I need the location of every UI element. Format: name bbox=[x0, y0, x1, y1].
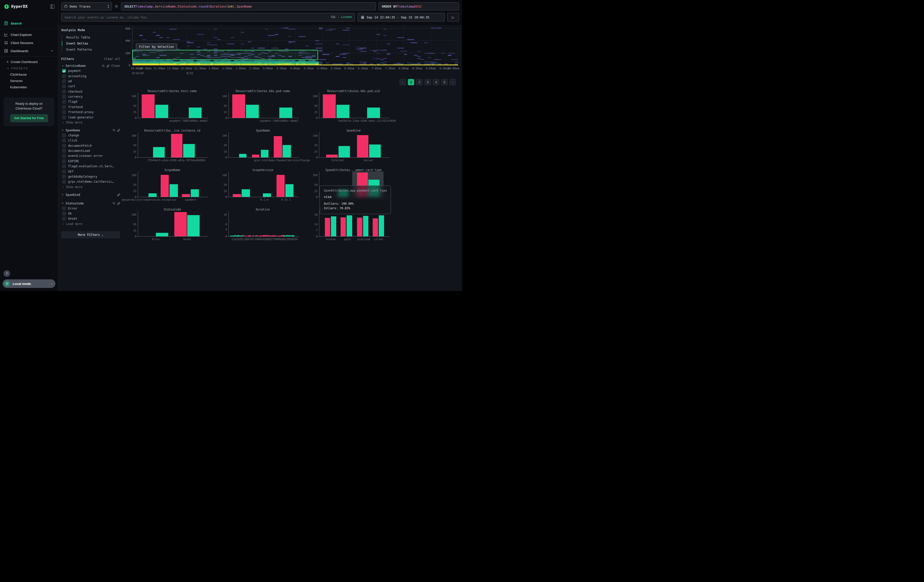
pin-icon[interactable] bbox=[107, 64, 110, 68]
checkbox-unchecked[interactable] bbox=[62, 84, 66, 88]
heatmap-plot[interactable]: 6004002000Filter by Selection bbox=[132, 27, 458, 65]
run-query-button[interactable]: ▷ bbox=[447, 13, 459, 21]
filter-checkbox-item[interactable]: eventListener.error bbox=[61, 153, 120, 158]
checkbox-checked[interactable] bbox=[62, 69, 66, 73]
filter-group-header[interactable]: ServiceNameClear bbox=[61, 63, 120, 68]
search-icon[interactable] bbox=[102, 64, 105, 68]
show-more-button[interactable]: › Show more bbox=[61, 185, 120, 189]
time-range-picker[interactable]: Sep 14 22:04:35 - Sep 15 10:04:35 bbox=[358, 13, 445, 21]
checkbox-unchecked[interactable] bbox=[62, 212, 66, 215]
filter-checkbox-item[interactable]: getAdsByCategory bbox=[61, 174, 120, 179]
checkbox-unchecked[interactable] bbox=[62, 154, 66, 158]
page-button-2[interactable]: 2 bbox=[416, 79, 422, 85]
filter-checkbox-item[interactable]: GET bbox=[61, 169, 120, 174]
sql-mode-button[interactable]: SQL bbox=[331, 15, 336, 19]
filter-checkbox-item[interactable]: cart bbox=[61, 84, 120, 89]
sidebar-item-dashboards[interactable]: Dashboards bbox=[0, 47, 58, 55]
search-icon[interactable] bbox=[112, 129, 116, 132]
chart-plot[interactable]: 02550100payment-7985c8969c-mwmw7 bbox=[229, 94, 297, 118]
lucene-mode-button[interactable]: Lucene bbox=[341, 15, 352, 19]
checkbox-unchecked[interactable] bbox=[62, 175, 66, 178]
chart-plot[interactable]: 071428bronzegoldplatinumsilver bbox=[319, 212, 388, 236]
get-started-button[interactable]: Get Started for Free bbox=[10, 114, 48, 122]
filter-checkbox-item[interactable]: flagd.evaluation.v1.Serv… bbox=[61, 164, 120, 169]
filter-group-header[interactable]: StatusCode bbox=[61, 201, 120, 206]
filter-checkbox-item[interactable]: Error bbox=[61, 206, 120, 211]
pin-icon[interactable] bbox=[117, 193, 120, 196]
filter-checkbox-item[interactable]: change bbox=[61, 133, 120, 138]
sidebar-item-preset-kubernetes[interactable]: Kubernetes bbox=[3, 84, 58, 90]
order-by-input[interactable]: ORDER BY Timestamp DESC bbox=[378, 2, 459, 10]
chart-plot[interactable]: 02550100@hyperdx/instrumentation-excepti… bbox=[138, 173, 206, 197]
checkbox-unchecked[interactable] bbox=[62, 165, 66, 168]
filter-group-header[interactable]: SpanName bbox=[61, 128, 120, 133]
chart-plot[interactable]: 025501000.1.00.51.1 bbox=[229, 173, 297, 197]
checkbox-unchecked[interactable] bbox=[62, 95, 66, 99]
clear-all-button[interactable]: Clear all bbox=[104, 57, 120, 61]
filter-checkbox-item[interactable]: accounting bbox=[61, 73, 120, 78]
filter-checkbox-item[interactable]: grpc.oteldemo.CartServic… bbox=[61, 179, 120, 184]
chart-plot[interactable]: 02550100payment-7985c8969c-mwmw7 bbox=[138, 94, 206, 118]
filter-checkbox-item[interactable]: documentFetch bbox=[61, 143, 120, 148]
sidebar-item-client-sessions[interactable]: Client Sessions bbox=[0, 39, 58, 47]
chart-plot[interactable]: 0481611419781386792160026720002790058462… bbox=[229, 212, 297, 236]
selection-rectangle[interactable] bbox=[132, 50, 318, 60]
page-prev-button[interactable]: ‹ bbox=[399, 79, 406, 85]
sidebar-collapse-icon[interactable] bbox=[50, 5, 54, 8]
filter-checkbox-item[interactable]: load-generator bbox=[61, 115, 120, 120]
source-select[interactable]: Demo Traces ▲▼ bbox=[61, 2, 112, 10]
more-filters-button[interactable]: More filters ⌄ bbox=[61, 231, 120, 238]
show-more-button[interactable]: › Load more bbox=[61, 221, 120, 226]
create-dashboard-button[interactable]: + Create Dashboard bbox=[3, 58, 58, 65]
analysis-mode-option[interactable]: Event Patterns bbox=[62, 46, 120, 53]
filter-checkbox-item[interactable]: payment bbox=[61, 68, 120, 73]
checkbox-unchecked[interactable] bbox=[62, 180, 66, 183]
gear-icon[interactable] bbox=[114, 4, 119, 8]
filter-checkbox-item[interactable]: frontend bbox=[61, 104, 120, 110]
sidebar-item-chart-explorer[interactable]: Chart Explorer bbox=[0, 31, 58, 39]
chart-plot[interactable]: 025501005e02b5fb-13ae-4296-bbbc-111f423c… bbox=[319, 94, 388, 118]
page-button-4[interactable]: 4 bbox=[433, 79, 439, 85]
page-button-1[interactable]: 1 bbox=[408, 79, 414, 85]
chart-plot[interactable]: 02550100f5344ec9-a1ea-4290-a62a-78f5bee8… bbox=[138, 133, 206, 157]
checkbox-unchecked[interactable] bbox=[62, 105, 66, 109]
filter-checkbox-item[interactable]: EXPIRE bbox=[61, 159, 120, 164]
page-next-button[interactable]: › bbox=[450, 79, 456, 85]
search-input[interactable] bbox=[61, 13, 355, 21]
filter-checkbox-item[interactable]: Ok bbox=[61, 211, 120, 216]
checkbox-unchecked[interactable] bbox=[62, 115, 66, 119]
sql-select-input[interactable]: SELECT Timestamp, ServiceName, StatusCod… bbox=[121, 2, 376, 10]
page-button-3[interactable]: 3 bbox=[424, 79, 431, 85]
checkbox-unchecked[interactable] bbox=[62, 217, 66, 220]
show-more-button[interactable]: › Show more bbox=[61, 120, 120, 124]
pin-icon[interactable] bbox=[117, 202, 120, 205]
filter-by-selection-button[interactable]: Filter by Selection bbox=[136, 43, 177, 50]
analysis-mode-option[interactable]: Event Deltas bbox=[62, 41, 120, 46]
filter-checkbox-item[interactable]: documentLoad bbox=[61, 148, 120, 153]
checkbox-unchecked[interactable] bbox=[62, 74, 66, 78]
checkbox-unchecked[interactable] bbox=[62, 144, 66, 148]
checkbox-unchecked[interactable] bbox=[62, 90, 66, 93]
pin-icon[interactable] bbox=[117, 129, 120, 132]
filter-checkbox-item[interactable]: currency bbox=[61, 94, 120, 99]
sidebar-item-preset-clickhouse[interactable]: ClickHouse bbox=[3, 71, 58, 77]
checkbox-unchecked[interactable] bbox=[62, 160, 66, 163]
filter-checkbox-item[interactable]: checkout bbox=[61, 89, 120, 94]
chart-plot[interactable]: 02550100ErrorUnset bbox=[138, 212, 206, 236]
analysis-mode-option[interactable]: Results Table bbox=[62, 35, 120, 41]
chart-plot[interactable]: 02550100InternalServer bbox=[319, 133, 388, 157]
checkbox-unchecked[interactable] bbox=[62, 100, 66, 104]
filter-checkbox-item[interactable]: Unset bbox=[61, 216, 120, 221]
filter-group-header[interactable]: SpanKind bbox=[61, 192, 120, 197]
help-button[interactable]: ? bbox=[3, 270, 10, 277]
checkbox-unchecked[interactable] bbox=[62, 207, 66, 210]
filter-checkbox-item[interactable]: ad bbox=[61, 79, 120, 84]
checkbox-unchecked[interactable] bbox=[62, 79, 66, 83]
checkbox-unchecked[interactable] bbox=[62, 134, 66, 137]
checkbox-unchecked[interactable] bbox=[62, 110, 66, 114]
filter-checkbox-item[interactable]: flagd bbox=[61, 99, 120, 104]
page-button-5[interactable]: 5 bbox=[441, 79, 447, 85]
sidebar-item-search[interactable]: Search bbox=[0, 19, 58, 27]
filter-checkbox-item[interactable]: frontend-proxy bbox=[61, 110, 120, 115]
search-icon[interactable] bbox=[112, 202, 116, 205]
